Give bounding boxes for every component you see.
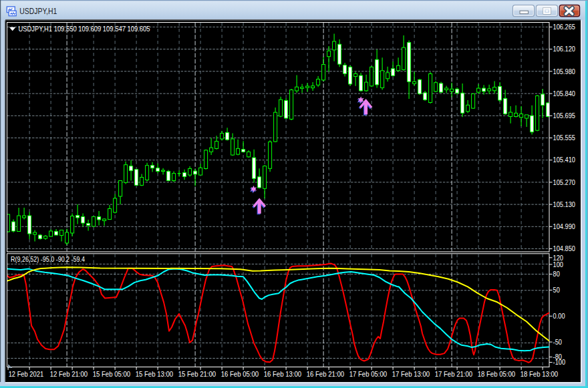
- svg-text:16 Feb 13:00: 16 Feb 13:00: [264, 370, 302, 378]
- svg-text:18 Feb 13:00: 18 Feb 13:00: [521, 370, 559, 378]
- svg-text:106.120: 106.120: [553, 45, 575, 53]
- svg-text:R(9,26,52) -95.0 -90.2 -59.4: R(9,26,52) -95.0 -90.2 -59.4: [11, 255, 85, 263]
- svg-text:USDJPY,H1: USDJPY,H1: [19, 7, 57, 16]
- svg-text:80: 80: [553, 270, 560, 278]
- svg-text:12 Feb 2021: 12 Feb 2021: [9, 370, 44, 378]
- svg-text:100: 100: [553, 260, 563, 268]
- svg-text:106.265: 106.265: [553, 23, 575, 31]
- svg-text:15 Feb 05:00: 15 Feb 05:00: [93, 370, 131, 378]
- svg-text:17 Feb 13:00: 17 Feb 13:00: [392, 370, 430, 378]
- svg-text:16 Feb 05:00: 16 Feb 05:00: [221, 370, 259, 378]
- svg-text:0.00: 0.00: [553, 312, 565, 320]
- svg-text:104.990: 104.990: [553, 222, 575, 230]
- svg-text:105.270: 105.270: [553, 178, 575, 186]
- svg-text:105.980: 105.980: [553, 67, 575, 75]
- svg-text:-100: -100: [553, 358, 565, 366]
- svg-text:105.130: 105.130: [553, 200, 575, 208]
- svg-text:105.555: 105.555: [553, 134, 575, 142]
- svg-text:16 Feb 21:00: 16 Feb 21:00: [307, 370, 345, 378]
- svg-text:50: 50: [553, 286, 560, 294]
- svg-text:104.850: 104.850: [553, 244, 575, 252]
- svg-text:12 Feb 21:00: 12 Feb 21:00: [50, 370, 88, 378]
- svg-text:17 Feb 21:00: 17 Feb 21:00: [435, 370, 473, 378]
- svg-text:USDJPY,H1 109.550 109.609 109: USDJPY,H1 109.550 109.609 109.547 109.60…: [19, 25, 150, 33]
- svg-text:15 Feb 13:00: 15 Feb 13:00: [136, 370, 174, 378]
- svg-text:105.410: 105.410: [553, 156, 575, 164]
- svg-text:-50: -50: [553, 338, 562, 346]
- svg-text:105.695: 105.695: [553, 112, 575, 120]
- svg-text:18 Feb 05:00: 18 Feb 05:00: [478, 370, 516, 378]
- svg-text:105.840: 105.840: [553, 89, 575, 98]
- svg-text:17 Feb 05:00: 17 Feb 05:00: [349, 370, 388, 378]
- svg-text:15 Feb 21:00: 15 Feb 21:00: [178, 370, 216, 378]
